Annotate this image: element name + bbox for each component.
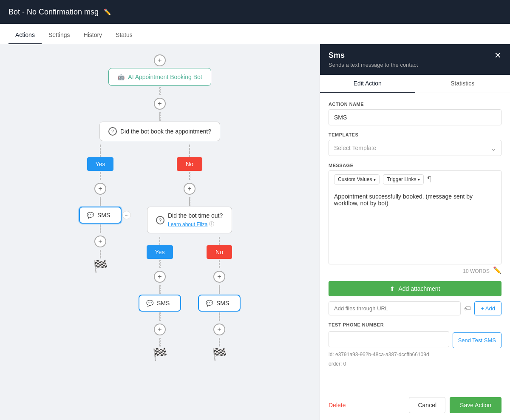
add-node-top[interactable]: +	[154, 54, 166, 66]
meta-id: id: e3791a93-962b-48ca-a387-dccffb66109d	[329, 352, 502, 358]
tag-icon: 🏷	[464, 305, 471, 312]
connector-sms2	[159, 312, 161, 321]
tab-edit-action[interactable]: Edit Action	[320, 75, 415, 93]
edit-title-icon[interactable]: ✏️	[104, 9, 111, 15]
connector-yes2-2	[159, 285, 161, 294]
connector-sms3	[219, 312, 220, 321]
cancel-button[interactable]: Cancel	[409, 397, 445, 413]
panel-subtitle: Sends a text message to the contact	[329, 62, 418, 68]
footer-actions: Cancel Save Action	[409, 397, 502, 413]
question-icon-1: ?	[108, 127, 117, 136]
custom-values-chevron: ▾	[374, 177, 376, 182]
flow-container: + 🤖 AI Appointment Booking Bot + ? Did t…	[32, 44, 287, 420]
connector-end3	[219, 338, 220, 346]
top-bar: Bot - No Confirmation msg ✏️	[0, 0, 510, 24]
word-count: 10 WORDS	[463, 268, 490, 274]
close-panel-button[interactable]: ✕	[494, 51, 502, 60]
message-section: MESSAGE Custom Values ▾ Trigger Links ▾ …	[329, 163, 502, 274]
page-title: Bot - No Confirmation msg	[8, 8, 99, 17]
sms-node-3[interactable]: 💬 SMS	[198, 295, 241, 312]
panel-footer: Delete Cancel Save Action	[320, 390, 510, 420]
templates-label: TEMPLATES	[329, 132, 502, 137]
nav-tabs: Actions Settings History Status	[0, 24, 510, 44]
upload-icon: ⬆	[390, 285, 395, 292]
panel-content: ACTION NAME TEMPLATES Select Template ME…	[320, 93, 510, 390]
meta-order: order: 0	[329, 361, 502, 367]
flow-canvas: + 🤖 AI Appointment Booking Bot + ? Did t…	[0, 44, 320, 420]
add-node-sms[interactable]: +	[94, 236, 106, 247]
sms-label-2: SMS	[157, 300, 170, 306]
connector-end1	[100, 250, 101, 258]
tab-statistics[interactable]: Statistics	[415, 75, 510, 93]
tab-settings[interactable]: Settings	[42, 26, 77, 44]
tab-history[interactable]: History	[77, 26, 109, 44]
action-name-input[interactable]	[329, 109, 502, 125]
add-node-sms3[interactable]: +	[213, 324, 225, 335]
no-button-1[interactable]: No	[177, 157, 202, 171]
custom-values-button[interactable]: Custom Values ▾	[334, 174, 380, 184]
url-row: 🏷 + Add	[329, 301, 502, 315]
message-edit-icon[interactable]: ✏️	[493, 266, 502, 274]
add-node-yes[interactable]: +	[94, 183, 106, 195]
add-attachment-button[interactable]: ⬆ Add attachment	[329, 281, 502, 296]
connector-sms	[100, 224, 101, 233]
end-flag-1: 🏁	[93, 259, 108, 273]
sms-icon-1: 💬	[87, 212, 94, 219]
ai-node[interactable]: 🤖 AI Appointment Booking Bot	[108, 68, 211, 86]
connector-2	[159, 112, 161, 121]
sms-label-1: SMS	[97, 212, 110, 219]
ai-node-label: AI Appointment Booking Bot	[128, 74, 202, 80]
sms-icon-3: 💬	[206, 300, 213, 306]
add-node-1[interactable]: +	[154, 98, 166, 110]
message-textarea[interactable]: Appointment successfully booked. (messag…	[329, 188, 502, 264]
info-icon: ⓘ	[209, 221, 214, 228]
yes-button-1[interactable]: Yes	[87, 157, 114, 171]
templates-placeholder: Select Template	[334, 145, 376, 151]
connector-no2-2	[219, 285, 220, 294]
add-attachment-label: Add attachment	[398, 285, 440, 292]
add-node-no[interactable]: +	[184, 183, 196, 195]
test-section: TEST PHONE NUMBER Send Test SMS id: e379…	[329, 322, 502, 367]
trigger-links-button[interactable]: Trigger Links ▾	[383, 174, 424, 184]
condition-node-2[interactable]: ? Did the bot time out? Learn about Eliz…	[147, 207, 232, 233]
url-add-button[interactable]: + Add	[474, 301, 502, 315]
tab-actions[interactable]: Actions	[8, 26, 42, 44]
connector-yes	[100, 172, 101, 180]
templates-select-wrapper: Select Template	[329, 140, 502, 156]
trigger-links-chevron: ▾	[418, 177, 420, 182]
send-test-sms-button[interactable]: Send Test SMS	[453, 332, 502, 348]
connector-no-2	[189, 197, 190, 206]
message-label: MESSAGE	[329, 163, 502, 168]
save-action-button[interactable]: Save Action	[450, 397, 502, 413]
learn-eliza-link[interactable]: Learn about Eliza	[168, 221, 207, 227]
yes-button-2[interactable]: Yes	[147, 245, 173, 259]
url-input[interactable]	[329, 301, 461, 315]
connector-no	[189, 172, 190, 180]
condition-node-1[interactable]: ? Did the bot book the appointment?	[99, 122, 220, 141]
no-button-2[interactable]: No	[207, 245, 232, 259]
add-node-yes2[interactable]: +	[154, 271, 166, 283]
action-name-label: ACTION NAME	[329, 102, 502, 107]
panel-header: Sms Sends a text message to the contact …	[320, 44, 510, 75]
connector-yes2	[159, 260, 161, 268]
question-icon-2: ?	[156, 216, 164, 224]
test-phone-label: TEST PHONE NUMBER	[329, 322, 502, 327]
tab-status[interactable]: Status	[109, 26, 139, 44]
connector-end2	[159, 338, 161, 346]
condition-2-label: Did the bot time out?	[168, 212, 223, 219]
test-phone-input[interactable]	[329, 331, 449, 347]
sms-node-1[interactable]: 💬 SMS ···	[79, 207, 122, 224]
paragraph-icon[interactable]: ¶	[427, 176, 431, 183]
connector-1	[159, 87, 161, 95]
right-panel: Sms Sends a text message to the contact …	[320, 44, 510, 420]
sms-node-2[interactable]: 💬 SMS	[139, 295, 181, 312]
end-flag-2: 🏁	[153, 347, 167, 361]
connector-yes-2	[100, 197, 101, 206]
custom-values-label: Custom Values	[338, 176, 372, 182]
add-node-sms2[interactable]: +	[154, 324, 166, 335]
delete-button[interactable]: Delete	[329, 402, 346, 409]
add-node-no2[interactable]: +	[213, 271, 225, 283]
sms-icon-2: 💬	[146, 300, 153, 306]
templates-select[interactable]: Select Template	[329, 140, 502, 156]
sms-node-menu[interactable]: ···	[122, 211, 131, 219]
